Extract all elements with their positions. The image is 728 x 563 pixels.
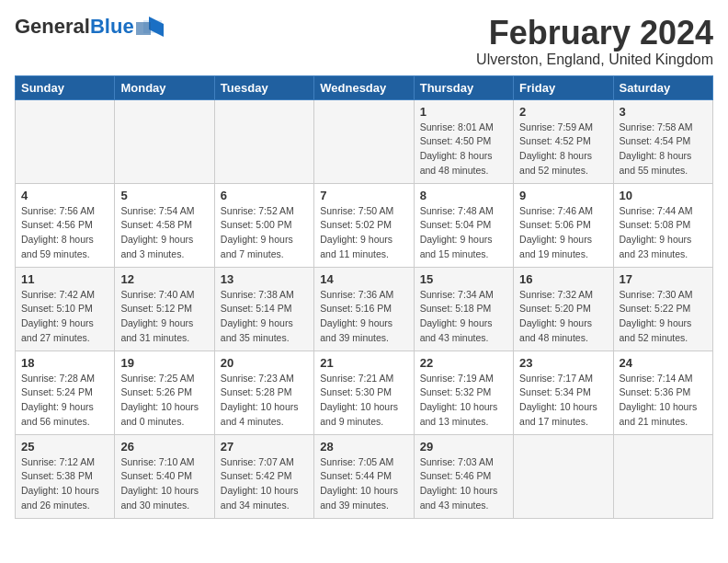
day-header-tuesday: Tuesday	[214, 75, 313, 99]
day-number: 5	[120, 189, 208, 202]
day-info: Sunrise: 7:54 AMSunset: 4:58 PMDaylight:…	[120, 204, 208, 262]
calendar-cell: 11Sunrise: 7:42 AMSunset: 5:10 PMDayligh…	[16, 267, 115, 350]
calendar-cell	[214, 99, 313, 183]
calendar-cell	[16, 99, 115, 183]
calendar-cell: 17Sunrise: 7:30 AMSunset: 5:22 PMDayligh…	[613, 267, 712, 350]
calendar-cell: 5Sunrise: 7:54 AMSunset: 4:58 PMDaylight…	[115, 183, 214, 267]
calendar-cell	[115, 99, 214, 183]
day-info: Sunrise: 7:44 AMSunset: 5:08 PMDaylight:…	[620, 204, 707, 262]
calendar-cell: 4Sunrise: 7:56 AMSunset: 4:56 PMDaylight…	[16, 183, 115, 267]
day-info: Sunrise: 7:28 AMSunset: 5:24 PMDaylight:…	[21, 372, 108, 430]
day-info: Sunrise: 7:52 AMSunset: 5:00 PMDaylight:…	[221, 204, 308, 262]
week-row-4: 18Sunrise: 7:28 AMSunset: 5:24 PMDayligh…	[16, 350, 713, 434]
calendar-cell: 22Sunrise: 7:19 AMSunset: 5:32 PMDayligh…	[414, 350, 513, 434]
calendar-cell	[314, 99, 414, 183]
day-number: 8	[420, 189, 507, 202]
day-number: 26	[120, 440, 208, 454]
day-info: Sunrise: 7:23 AMSunset: 5:28 PMDaylight:…	[221, 372, 308, 430]
day-header-wednesday: Wednesday	[314, 75, 414, 99]
day-info: Sunrise: 7:25 AMSunset: 5:26 PMDaylight:…	[120, 372, 208, 430]
calendar-cell: 8Sunrise: 7:48 AMSunset: 5:04 PMDaylight…	[414, 183, 513, 267]
day-header-friday: Friday	[514, 75, 613, 99]
day-number: 29	[420, 440, 507, 454]
day-number: 15	[420, 272, 507, 286]
calendar-cell: 21Sunrise: 7:21 AMSunset: 5:30 PMDayligh…	[314, 350, 414, 434]
day-number: 23	[519, 356, 607, 370]
week-row-2: 4Sunrise: 7:56 AMSunset: 4:56 PMDaylight…	[16, 183, 713, 267]
calendar-cell: 9Sunrise: 7:46 AMSunset: 5:06 PMDaylight…	[514, 183, 613, 267]
day-info: Sunrise: 7:21 AMSunset: 5:30 PMDaylight:…	[320, 372, 407, 430]
week-row-1: 1Sunrise: 8:01 AMSunset: 4:50 PMDaylight…	[16, 99, 713, 183]
day-number: 16	[519, 272, 607, 286]
day-number: 20	[221, 356, 308, 370]
svg-marker-2	[136, 22, 151, 35]
day-header-sunday: Sunday	[16, 75, 115, 99]
day-info: Sunrise: 7:07 AMSunset: 5:42 PMDaylight:…	[221, 455, 308, 513]
calendar-cell: 19Sunrise: 7:25 AMSunset: 5:26 PMDayligh…	[115, 350, 214, 434]
page-header: GeneralBlue February 2024 Ulverston, Eng…	[15, 15, 713, 68]
calendar-cell: 10Sunrise: 7:44 AMSunset: 5:08 PMDayligh…	[613, 183, 712, 267]
location-title: Ulverston, England, United Kingdom	[476, 52, 713, 68]
calendar-cell: 27Sunrise: 7:07 AMSunset: 5:42 PMDayligh…	[214, 434, 313, 518]
day-number: 1	[420, 105, 507, 119]
day-number: 25	[21, 440, 108, 454]
calendar-cell: 25Sunrise: 7:12 AMSunset: 5:38 PMDayligh…	[16, 434, 115, 518]
day-info: Sunrise: 7:56 AMSunset: 4:56 PMDaylight:…	[21, 204, 108, 262]
day-number: 6	[221, 189, 308, 202]
logo: GeneralBlue	[15, 15, 164, 39]
day-info: Sunrise: 7:38 AMSunset: 5:14 PMDaylight:…	[221, 288, 308, 346]
day-number: 28	[320, 440, 407, 454]
week-row-5: 25Sunrise: 7:12 AMSunset: 5:38 PMDayligh…	[16, 434, 713, 518]
day-header-thursday: Thursday	[414, 75, 513, 99]
calendar-cell: 20Sunrise: 7:23 AMSunset: 5:28 PMDayligh…	[214, 350, 313, 434]
day-info: Sunrise: 7:17 AMSunset: 5:34 PMDaylight:…	[519, 372, 607, 430]
calendar-cell: 24Sunrise: 7:14 AMSunset: 5:36 PMDayligh…	[613, 350, 712, 434]
day-info: Sunrise: 7:10 AMSunset: 5:40 PMDaylight:…	[120, 455, 208, 513]
logo-general: GeneralBlue	[15, 15, 134, 39]
calendar-table: SundayMondayTuesdayWednesdayThursdayFrid…	[15, 75, 713, 519]
day-info: Sunrise: 7:30 AMSunset: 5:22 PMDaylight:…	[620, 288, 707, 346]
day-number: 10	[620, 189, 707, 202]
week-row-3: 11Sunrise: 7:42 AMSunset: 5:10 PMDayligh…	[16, 267, 713, 350]
day-number: 3	[620, 105, 707, 119]
calendar-cell: 12Sunrise: 7:40 AMSunset: 5:12 PMDayligh…	[115, 267, 214, 350]
calendar-body: 1Sunrise: 8:01 AMSunset: 4:50 PMDaylight…	[16, 99, 713, 518]
day-info: Sunrise: 7:32 AMSunset: 5:20 PMDaylight:…	[519, 288, 607, 346]
day-number: 19	[120, 356, 208, 370]
day-info: Sunrise: 7:42 AMSunset: 5:10 PMDaylight:…	[21, 288, 108, 346]
logo-text: GeneralBlue	[15, 15, 164, 39]
calendar-cell: 13Sunrise: 7:38 AMSunset: 5:14 PMDayligh…	[214, 267, 313, 350]
day-number: 12	[120, 272, 208, 286]
header-row: SundayMondayTuesdayWednesdayThursdayFrid…	[16, 75, 713, 99]
calendar-header: SundayMondayTuesdayWednesdayThursdayFrid…	[16, 75, 713, 99]
day-number: 9	[519, 189, 607, 202]
calendar-cell: 28Sunrise: 7:05 AMSunset: 5:44 PMDayligh…	[314, 434, 414, 518]
calendar-cell: 16Sunrise: 7:32 AMSunset: 5:20 PMDayligh…	[514, 267, 613, 350]
calendar-cell	[514, 434, 613, 518]
logo-icon	[136, 17, 164, 37]
day-number: 21	[320, 356, 407, 370]
day-number: 7	[320, 189, 407, 202]
calendar-cell: 18Sunrise: 7:28 AMSunset: 5:24 PMDayligh…	[16, 350, 115, 434]
day-info: Sunrise: 7:03 AMSunset: 5:46 PMDaylight:…	[420, 455, 507, 513]
calendar-cell: 3Sunrise: 7:58 AMSunset: 4:54 PMDaylight…	[613, 99, 712, 183]
day-header-monday: Monday	[115, 75, 214, 99]
day-info: Sunrise: 7:59 AMSunset: 4:52 PMDaylight:…	[519, 121, 607, 178]
calendar-cell: 7Sunrise: 7:50 AMSunset: 5:02 PMDaylight…	[314, 183, 414, 267]
month-title: February 2024	[476, 15, 713, 52]
calendar-cell: 23Sunrise: 7:17 AMSunset: 5:34 PMDayligh…	[514, 350, 613, 434]
calendar-cell: 6Sunrise: 7:52 AMSunset: 5:00 PMDaylight…	[214, 183, 313, 267]
day-info: Sunrise: 7:34 AMSunset: 5:18 PMDaylight:…	[420, 288, 507, 346]
day-number: 11	[21, 272, 108, 286]
day-info: Sunrise: 7:46 AMSunset: 5:06 PMDaylight:…	[519, 204, 607, 262]
day-number: 4	[21, 189, 108, 202]
day-info: Sunrise: 7:50 AMSunset: 5:02 PMDaylight:…	[320, 204, 407, 262]
calendar-cell: 14Sunrise: 7:36 AMSunset: 5:16 PMDayligh…	[314, 267, 414, 350]
day-number: 17	[620, 272, 707, 286]
calendar-cell: 26Sunrise: 7:10 AMSunset: 5:40 PMDayligh…	[115, 434, 214, 518]
day-number: 24	[620, 356, 707, 370]
calendar-cell: 15Sunrise: 7:34 AMSunset: 5:18 PMDayligh…	[414, 267, 513, 350]
day-header-saturday: Saturday	[613, 75, 712, 99]
day-number: 27	[221, 440, 308, 454]
day-info: Sunrise: 7:58 AMSunset: 4:54 PMDaylight:…	[620, 121, 707, 178]
